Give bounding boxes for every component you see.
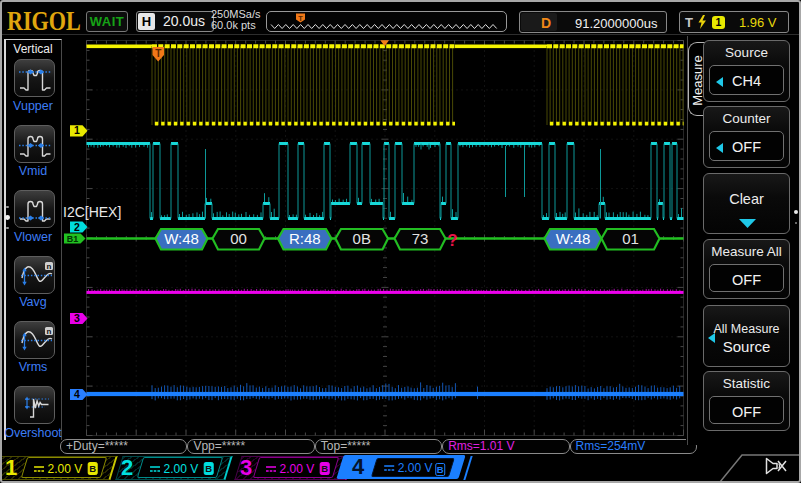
svg-text:I2C[HEX]: I2C[HEX] bbox=[63, 204, 121, 220]
svg-text:3: 3 bbox=[74, 312, 80, 324]
svg-text:T: T bbox=[155, 48, 161, 59]
svg-text:00: 00 bbox=[230, 230, 247, 247]
svg-text:2: 2 bbox=[74, 221, 80, 233]
svg-text:1: 1 bbox=[74, 124, 80, 136]
svg-text:4: 4 bbox=[74, 388, 80, 400]
svg-text:n: n bbox=[47, 327, 52, 336]
svg-text:W:48: W:48 bbox=[164, 230, 199, 247]
svg-text:0B: 0B bbox=[353, 230, 371, 247]
svg-text:W:48: W:48 bbox=[556, 230, 591, 247]
svg-text:n: n bbox=[47, 262, 52, 271]
svg-text:01: 01 bbox=[622, 230, 639, 247]
svg-text:B1: B1 bbox=[67, 234, 79, 244]
svg-text:?: ? bbox=[447, 231, 457, 250]
svg-text:T: T bbox=[298, 14, 303, 23]
svg-text:73: 73 bbox=[412, 230, 429, 247]
svg-text:R:48: R:48 bbox=[289, 230, 321, 247]
